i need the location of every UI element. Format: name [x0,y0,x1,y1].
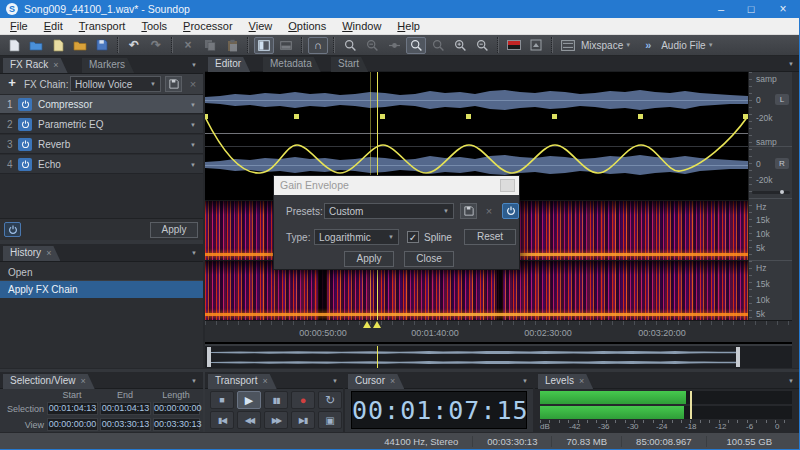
mixspace-dropdown[interactable]: Mixspace [581,40,623,51]
zoom-cursor-icon[interactable] [384,37,404,54]
copy-button[interactable] [200,37,220,54]
go-to-start-button[interactable]: ▮◀ [210,411,234,429]
show-panels-button[interactable] [254,37,274,54]
menu-options[interactable]: Options [280,18,334,34]
panel-menu-icon[interactable]: ▼ [191,62,197,68]
delete-preset-button[interactable]: × [482,203,496,219]
panel-menu-icon[interactable]: ▼ [191,250,197,256]
tab-cursor[interactable]: Cursor× [348,374,404,389]
zoom-out-icon[interactable] [428,37,448,54]
selection-length-field[interactable]: 00:00:00:00 [153,402,200,415]
panel-menu-icon[interactable]: ▼ [788,378,794,384]
view-start-field[interactable]: 00:00:00:00 [47,418,98,431]
panel-menu-icon[interactable]: ▼ [191,378,197,384]
cursor-marker-icon[interactable] [373,321,381,328]
timeline-ruler[interactable]: 00:00:50:00 00:01:40:00 00:02:30:00 00:0… [205,320,792,342]
mixspace-caret-icon[interactable]: ▼ [625,42,631,48]
fx-row-menu-icon[interactable]: ▼ [190,162,196,168]
menu-file[interactable]: File [2,18,36,34]
close-tab-icon[interactable]: × [262,376,267,386]
zoom-selection-icon[interactable] [340,37,360,54]
tab-transport[interactable]: Transport× [208,374,277,389]
add-effect-button[interactable]: + [5,76,19,90]
spectral-display-toggle[interactable] [504,37,524,54]
open-file-button[interactable] [26,37,46,54]
type-dropdown[interactable]: Logarithmic▼ [314,229,399,245]
stop-all-button[interactable]: ▣ [318,411,342,429]
overview-range-handle-right[interactable] [736,347,740,367]
splitter-bottom-1[interactable] [343,372,345,432]
rewind-button[interactable]: ◀◀ [237,411,261,429]
audio-file-dropdown[interactable]: Audio File [661,40,705,51]
delete-chain-button[interactable]: × [186,76,200,92]
envelope-power-button[interactable] [502,203,519,219]
selection-marker-icon[interactable] [363,321,371,328]
save-preset-button[interactable] [460,203,477,219]
presets-dropdown[interactable]: Custom▼ [324,203,454,219]
apply-fx-button[interactable]: Apply [150,222,198,238]
panel-menu-icon[interactable]: ▼ [332,378,338,384]
view-length-field[interactable]: 00:03:30:13 [153,418,200,431]
selection-end-field[interactable]: 00:01:04:13 [100,402,151,415]
menu-edit[interactable]: Edit [36,18,71,34]
menu-processor[interactable]: Processor [175,18,241,34]
play-button[interactable]: ▶ [237,391,261,409]
power-icon[interactable] [18,138,32,151]
tab-start[interactable]: Start [331,57,368,72]
zoom-in-full-icon[interactable] [450,37,470,54]
open-session-button[interactable] [70,37,90,54]
fx-row-echo[interactable]: 4 Echo ▼ [0,155,203,174]
tab-editor[interactable]: Editor [208,57,250,72]
close-tab-icon[interactable]: × [579,376,584,386]
editor-tabs-menu-icon[interactable]: ▼ [788,61,794,67]
fx-row-compressor[interactable]: 1 Compressor ▼ [0,95,203,114]
undo-button[interactable]: ↶ [124,37,144,54]
splitter-horizontal[interactable] [0,240,203,244]
spline-checkbox[interactable]: ✓ [407,231,419,243]
menu-transport[interactable]: Transport [71,18,134,34]
ruler-zoom-slider-handle[interactable] [780,190,784,194]
splitter-bottom-2[interactable] [533,372,535,432]
power-icon[interactable] [18,98,32,111]
snap-toggle-button[interactable]: ∩ [308,37,328,54]
fx-row-menu-icon[interactable]: ▼ [190,102,196,108]
history-item-open[interactable]: Open [0,264,203,281]
view-end-field[interactable]: 00:03:30:13 [100,418,151,431]
cursor-time-display[interactable]: 00:01:07:15 [351,391,527,429]
ruler-zoom-slider[interactable] [752,191,790,194]
fast-forward-button[interactable]: ▶▶ [264,411,288,429]
fx-row-menu-icon[interactable]: ▼ [190,142,196,148]
save-chain-button[interactable] [165,76,182,92]
selection-start-field[interactable]: 00:01:04:13 [47,402,98,415]
dialog-close-button-2[interactable]: Close [404,251,454,267]
fx-rack-power-button[interactable] [4,222,21,237]
panel-menu-icon[interactable]: ▼ [522,378,528,384]
dialog-apply-button[interactable]: Apply [344,251,394,267]
tab-levels[interactable]: Levels× [538,374,593,389]
fx-row-parametric-eq[interactable]: 2 Parametric EQ ▼ [0,115,203,134]
minimize-button[interactable]: – [706,3,736,15]
show-bottom-panel-button[interactable] [276,37,296,54]
history-item-apply-fx-chain[interactable]: Apply FX Chain [0,281,203,298]
fx-row-reverb[interactable]: 3 Reverb ▼ [0,135,203,154]
redo-button[interactable]: ↷ [146,37,166,54]
power-icon[interactable] [18,118,32,131]
fx-chain-dropdown[interactable]: Hollow Voice▼ [70,76,161,92]
zoom-out-full-icon[interactable] [472,37,492,54]
close-button[interactable]: × [766,2,800,16]
new-file-button[interactable] [4,37,24,54]
tab-metadata[interactable]: Metadata [263,57,321,72]
dialog-close-button[interactable] [500,179,515,192]
dialog-title-bar[interactable]: Gain Envelope [274,176,519,195]
delete-button[interactable]: × [178,37,198,54]
tab-fx-rack[interactable]: FX Rack× [3,58,68,73]
zoom-out-time-icon[interactable] [362,37,382,54]
pause-button[interactable]: ▮▮ [264,391,288,409]
tab-history[interactable]: History× [3,246,60,261]
menu-view[interactable]: View [241,18,281,34]
fx-row-menu-icon[interactable]: ▼ [190,122,196,128]
power-icon[interactable] [18,158,32,171]
loop-button[interactable]: ↻ [318,391,342,409]
record-button[interactable]: ● [291,391,315,409]
maximize-button[interactable]: □ [736,3,766,15]
